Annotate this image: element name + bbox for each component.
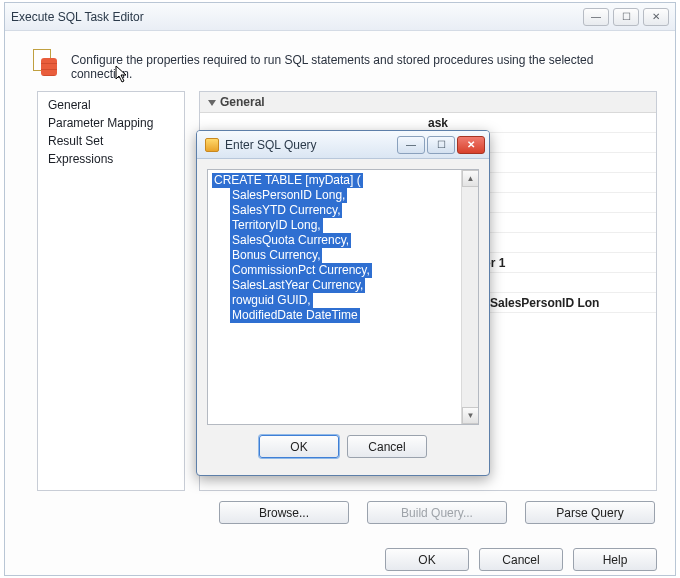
editor-title: Execute SQL Task Editor bbox=[11, 10, 144, 24]
modal-minimize-button[interactable]: — bbox=[397, 136, 425, 154]
build-query-button[interactable]: Build Query... bbox=[367, 501, 507, 524]
modal-ok-button[interactable]: OK bbox=[259, 435, 339, 458]
chevron-down-icon bbox=[208, 100, 216, 106]
scroll-down-icon[interactable]: ▼ bbox=[462, 407, 479, 424]
modal-maximize-button[interactable]: ☐ bbox=[427, 136, 455, 154]
nav-item-expressions[interactable]: Expressions bbox=[38, 150, 184, 168]
group-general[interactable]: General bbox=[200, 92, 656, 113]
editor-titlebar[interactable]: Execute SQL Task Editor — ☐ ✕ bbox=[5, 3, 675, 31]
close-button[interactable]: ✕ bbox=[643, 8, 669, 26]
scroll-up-icon[interactable]: ▲ bbox=[462, 170, 479, 187]
modal-close-button[interactable]: ✕ bbox=[457, 136, 485, 154]
browse-button[interactable]: Browse... bbox=[219, 501, 349, 524]
nav-panel: General Parameter Mapping Result Set Exp… bbox=[37, 91, 185, 491]
parse-query-button[interactable]: Parse Query bbox=[525, 501, 655, 524]
enter-sql-query-dialog: Enter SQL Query — ☐ ✕ CREATE TABLE [myDa… bbox=[196, 130, 490, 476]
maximize-button[interactable]: ☐ bbox=[613, 8, 639, 26]
help-button[interactable]: Help bbox=[573, 548, 657, 571]
cancel-button[interactable]: Cancel bbox=[479, 548, 563, 571]
nav-item-parameter-mapping[interactable]: Parameter Mapping bbox=[38, 114, 184, 132]
sql-query-textarea[interactable]: CREATE TABLE [myData] ( SalesPersonID Lo… bbox=[207, 169, 479, 425]
sql-scrollbar[interactable]: ▲ ▼ bbox=[461, 170, 478, 424]
modal-title: Enter SQL Query bbox=[225, 138, 317, 152]
modal-titlebar[interactable]: Enter SQL Query — ☐ ✕ bbox=[197, 131, 489, 159]
banner-text: Configure the properties required to run… bbox=[71, 49, 657, 81]
modal-cancel-button[interactable]: Cancel bbox=[347, 435, 427, 458]
sql-icon bbox=[205, 138, 219, 152]
ok-button[interactable]: OK bbox=[385, 548, 469, 571]
minimize-button[interactable]: — bbox=[583, 8, 609, 26]
nav-item-result-set[interactable]: Result Set bbox=[38, 132, 184, 150]
banner: Configure the properties required to run… bbox=[5, 31, 675, 91]
nav-item-general[interactable]: General bbox=[38, 96, 184, 114]
task-icon bbox=[31, 49, 59, 77]
